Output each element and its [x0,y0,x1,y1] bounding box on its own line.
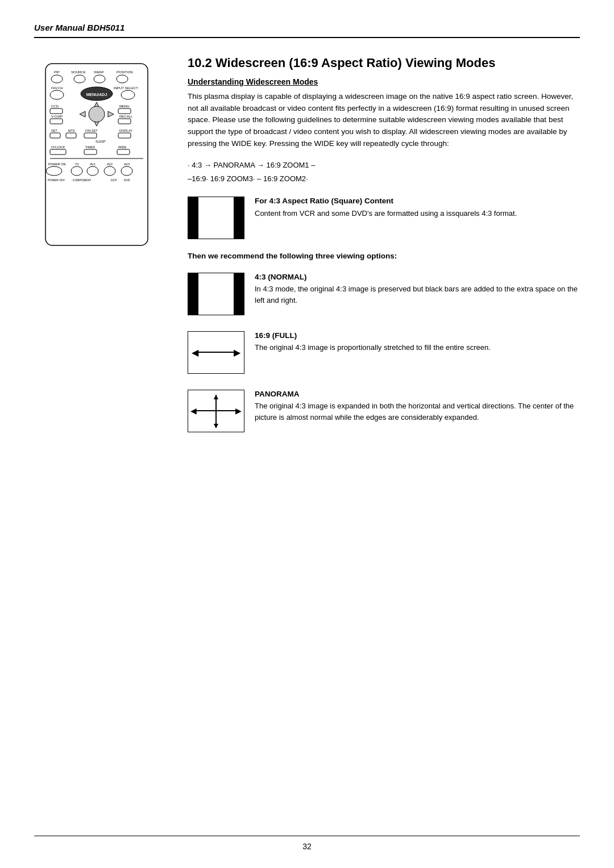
svg-point-51 [87,166,98,176]
svg-text:POWER ON: POWER ON [48,162,66,166]
page-footer: 32 [34,836,580,851]
svg-point-5 [51,75,63,83]
page-container: User Manual BDH5011 PIP SOURCE SWAP POSI… [0,0,614,868]
arrow-left-panorama: ◀ [190,406,197,415]
svg-text:AV1: AV1 [90,162,96,166]
page-header: User Manual BDH5011 [34,23,580,38]
svg-rect-42 [117,149,130,155]
diagram-full: ◀ ▶ [188,331,244,374]
arrow-right-panorama: ▶ [235,406,242,415]
svg-rect-25 [50,108,63,114]
svg-text:TIMER: TIMER [85,145,95,149]
svg-text:DISPLAY: DISPLAY [119,129,132,132]
svg-text:WIDE: WIDE [118,145,127,149]
svg-rect-41 [84,149,97,155]
remote-illustration: PIP SOURCE SWAP POSITION FAV.CH INPUT SE… [34,61,159,256]
svg-text:RECALL: RECALL [119,115,133,118]
bar-right [234,197,244,239]
svg-point-53 [121,166,132,176]
svg-point-52 [104,166,115,176]
svg-rect-23 [118,119,131,124]
arrow-line-full [196,352,236,353]
svg-text:SWAP: SWAP [94,70,103,74]
svg-rect-34 [84,133,97,138]
mode-panorama-label: PANORAMA [255,390,580,398]
svg-point-49 [46,166,62,176]
text-column: 10.2 Widescreen (16:9 Aspect Ratio) View… [188,55,580,448]
svg-text:CH.LOCK: CH.LOCK [51,145,65,149]
intro-paragraph: This plasma display is capable of displa… [188,91,580,151]
arrow-left-full: ◀ [192,347,198,358]
svg-text:INPUT SELECT: INPUT SELECT [114,86,138,90]
svg-text:TV: TV [75,162,79,166]
mode-full-text: 16:9 (FULL) The original 4:3 image is pr… [255,331,580,353]
svg-text:CCD: CCD [51,105,59,108]
mode-panorama-section: ◀ ▶ ▲ ▼ PANORAMA The original 4:3 image … [188,390,580,432]
section-subtitle: Understanding Widescreen Modes [188,77,580,86]
svg-text:SLEEP: SLEEP [96,140,106,143]
manual-title: User Manual BDH5011 [34,23,125,32]
mode-normal-section: 4:3 (NORMAL) In 4:3 mode, the original 4… [188,273,580,315]
svg-text:FAV.SET: FAV.SET [85,129,98,132]
svg-rect-35 [118,133,131,138]
mode-full-desc: The original 4:3 image is proportionally… [255,342,580,353]
mode-normal-label: 4:3 (NORMAL) [255,273,580,281]
for43-desc: Content from VCR and some DVD's are form… [255,208,517,219]
zoom-cycle: · 4:3 → PANORAMA → 16:9 ZOOM1 – –16:9· 1… [188,158,580,185]
svg-text:MENU/ADJ: MENU/ADJ [86,93,107,97]
mode-panorama-desc: The original 4:3 image is expanded in bo… [255,400,580,423]
for43-label: For 4:3 Aspect Ratio (Square) Content [255,197,517,205]
main-content: PIP SOURCE SWAP POSITION FAV.CH INPUT SE… [34,55,580,448]
mode-panorama-text: PANORAMA The original 4:3 image is expan… [255,390,580,423]
mode-full-label: 16:9 (FULL) [255,331,580,340]
svg-rect-33 [66,133,76,138]
svg-text:POSITION: POSITION [117,70,133,74]
diagram-normal [188,273,244,315]
remote-column: PIP SOURCE SWAP POSITION FAV.CH INPUT SE… [34,55,171,448]
arrow-right-full: ▶ [234,347,240,358]
svg-point-7 [94,75,105,83]
diagram-panorama: ◀ ▶ ▲ ▼ [188,390,244,432]
zoom-cycle-line1: · 4:3 → PANORAMA → 16:9 ZOOM1 – [188,158,580,172]
for43-text: For 4:3 Aspect Ratio (Square) Content Co… [255,197,517,219]
svg-rect-21 [118,108,131,114]
svg-rect-40 [50,149,66,155]
svg-text:SOURCE: SOURCE [71,70,86,74]
svg-text:DVR: DVR [124,178,130,182]
svg-point-12 [121,90,135,99]
svg-rect-32 [50,133,60,138]
for43-section: For 4:3 Aspect Ratio (Square) Content Co… [188,197,580,239]
svg-text:V-CHIP: V-CHIP [51,115,63,118]
svg-rect-27 [50,119,63,124]
diagram-43-square [188,197,244,239]
zoom-cycle-line2: –16:9· 16:9 ZOOM3· – 16:9 ZOOM2· [188,172,580,185]
bar-left-normal [188,273,198,315]
svg-text:MTS: MTS [68,129,75,132]
svg-text:POWER OFF: POWER OFF [48,178,65,182]
mode-full-section: ◀ ▶ 16:9 (FULL) The original 4:3 image i… [188,331,580,374]
svg-text:DCP: DCP [111,178,117,182]
svg-text:MENU: MENU [119,105,130,108]
svg-text:SET: SET [51,129,57,132]
svg-text:AV2: AV2 [107,162,113,166]
page-number: 32 [302,842,312,851]
bar-right-normal [234,273,244,315]
recommend-text: Then we recommend the following three vi… [188,251,580,262]
bar-left [188,197,198,239]
svg-text:PIP: PIP [54,70,60,74]
mode-normal-text: 4:3 (NORMAL) In 4:3 mode, the original 4… [255,273,580,306]
svg-text:FAV.CH: FAV.CH [51,86,63,90]
svg-point-8 [117,75,128,83]
svg-point-11 [50,90,64,99]
svg-point-6 [74,75,85,83]
arrow-down-panorama: ▼ [212,421,220,430]
svg-text:· COMPONENT ·: · COMPONENT · [71,178,93,182]
section-title: 10.2 Widescreen (16:9 Aspect Ratio) View… [188,55,580,72]
svg-point-19 [89,106,105,122]
svg-text:AV3: AV3 [124,162,130,166]
mode-normal-desc: In 4:3 mode, the original 4:3 image is p… [255,283,580,306]
arrow-up-panorama: ▲ [212,392,220,401]
svg-point-50 [71,166,82,176]
